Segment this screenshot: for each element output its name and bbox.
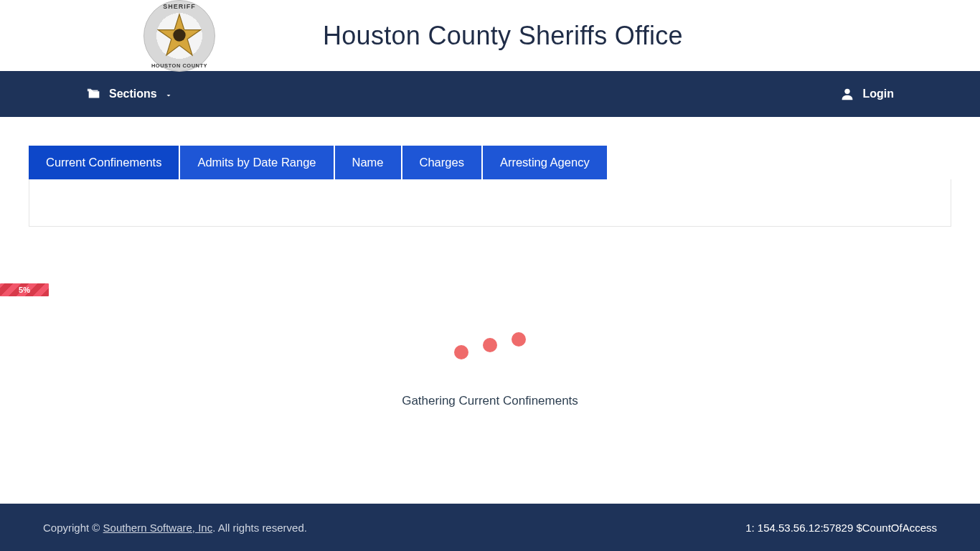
sections-label: Sections: [109, 88, 157, 100]
progress-label: 5%: [19, 286, 30, 294]
login-link[interactable]: Login: [839, 86, 894, 102]
sheriff-badge-logo: SHERIFF HOUSTON COUNTY: [143, 0, 215, 72]
loading-indicator: Gathering Current Confinements: [29, 331, 951, 408]
tab-bar: Current Confinements Admits by Date Rang…: [29, 146, 951, 179]
page-title: Houston County Sheriffs Office: [323, 21, 683, 51]
sections-menu[interactable]: Sections: [86, 86, 173, 102]
tab-current-confinements[interactable]: Current Confinements: [29, 146, 179, 179]
tab-admits-by-date-range[interactable]: Admits by Date Range: [180, 146, 333, 179]
site-header: SHERIFF HOUSTON COUNTY Houston County Sh…: [0, 0, 980, 71]
dot-icon: [483, 338, 497, 352]
badge-text-top: SHERIFF: [143, 3, 215, 10]
star-icon: [157, 13, 202, 57]
progress-badge: 5%: [0, 283, 49, 296]
site-footer: Copyright © Southern Software, Inc. All …: [0, 504, 980, 551]
footer-right-info: 1: 154.53.56.12:57829 $CountOfAccess: [745, 522, 937, 534]
loading-dots-icon: [454, 331, 526, 352]
footer-copyright: Copyright © Southern Software, Inc. All …: [43, 522, 307, 534]
svg-point-2: [845, 89, 850, 94]
tab-name[interactable]: Name: [335, 146, 401, 179]
vendor-link[interactable]: Southern Software, Inc: [103, 522, 213, 534]
loading-message: Gathering Current Confinements: [402, 394, 578, 408]
chevron-down-icon: [164, 90, 173, 98]
content-area: Current Confinements Admits by Date Rang…: [0, 117, 980, 504]
badge-text-bottom: HOUSTON COUNTY: [143, 62, 215, 69]
folder-icon: [86, 86, 102, 102]
tab-charges[interactable]: Charges: [402, 146, 481, 179]
user-icon: [839, 86, 855, 102]
copyright-prefix: Copyright ©: [43, 522, 103, 534]
svg-point-1: [173, 28, 187, 42]
main-navbar: Sections Login: [0, 71, 980, 117]
tab-arresting-agency[interactable]: Arresting Agency: [483, 146, 607, 179]
login-label: Login: [862, 88, 894, 100]
tab-panel: [29, 179, 951, 227]
dot-icon: [512, 332, 526, 347]
copyright-suffix: . All rights reserved.: [212, 522, 307, 534]
dot-icon: [454, 345, 468, 359]
